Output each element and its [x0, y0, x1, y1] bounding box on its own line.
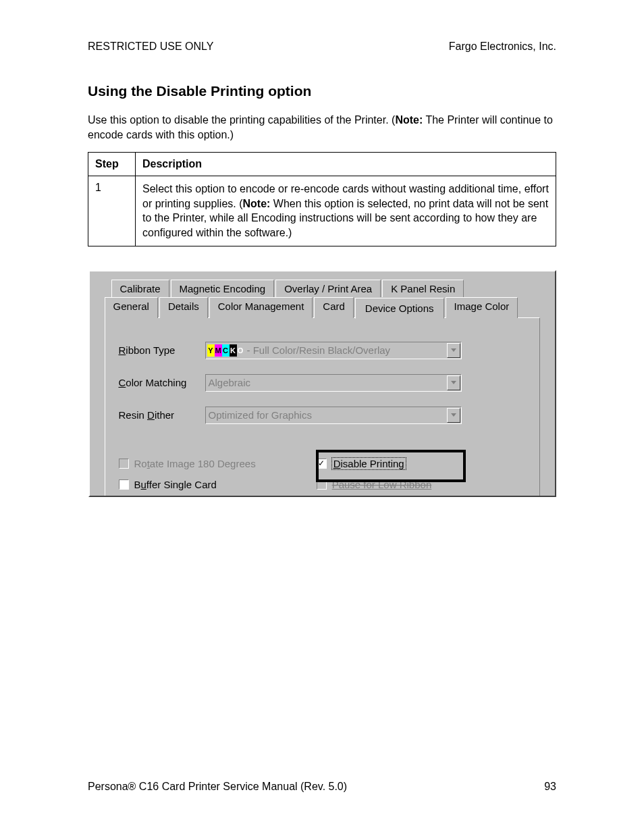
- table-row: 1 Select this option to encode or re-enc…: [88, 176, 556, 246]
- checkbox-checked-icon: ✓: [317, 459, 327, 469]
- footer-left: Persona® C16 Card Printer Service Manual…: [88, 781, 347, 793]
- check-pause-label: Pause for Low Ribbon: [332, 479, 432, 490]
- checkbox-icon: [119, 459, 129, 469]
- check-rotate-180[interactable]: Rotate Image 180 Degrees: [119, 458, 256, 469]
- tab-magnetic-encoding[interactable]: Magnetic Encoding: [171, 280, 275, 297]
- dropdown-button[interactable]: [447, 343, 460, 358]
- footer-pagenum: 93: [544, 781, 556, 793]
- label-resin-dither: Resin Dither: [119, 409, 205, 421]
- tab-overlay-print-area[interactable]: Overlay / Print Area: [275, 280, 381, 297]
- check-rotate-label: Rotate Image 180 Degrees: [134, 458, 256, 469]
- tab-details[interactable]: Details: [159, 297, 208, 318]
- dropdown-button[interactable]: [447, 375, 460, 390]
- page-title: Using the Disable Printing option: [88, 83, 556, 99]
- ribbon-letters-icon: Y M C K O: [207, 344, 244, 357]
- combo-color-matching[interactable]: Algebraic: [205, 374, 462, 392]
- tab-general[interactable]: General: [105, 297, 158, 318]
- check-disable-printing[interactable]: ✓ Disable Printing: [317, 458, 432, 469]
- chevron-down-icon: [451, 348, 456, 352]
- page-header: RESTRICTED USE ONLY Fargo Electronics, I…: [88, 41, 556, 53]
- checkbox-icon: [317, 479, 327, 490]
- tab-calibrate[interactable]: Calibrate: [111, 280, 169, 297]
- combo-dither-value: Optimized for Graphics: [206, 409, 446, 421]
- checkbox-grid: Rotate Image 180 Degrees Buffer Single C…: [119, 439, 526, 490]
- header-right: Fargo Electronics, Inc.: [449, 41, 556, 53]
- label-color-matching: Color Matching: [119, 377, 205, 388]
- step-desc: Select this option to encode or re-encod…: [136, 176, 556, 246]
- tab-color-management[interactable]: Color Management: [209, 297, 313, 318]
- col-step: Step: [88, 153, 136, 176]
- intro-paragraph: Use this option to disable the printing …: [88, 113, 556, 142]
- tab-device-options[interactable]: Device Options: [355, 298, 444, 319]
- check-buffer-label: Buffer Single Card: [134, 479, 217, 490]
- combo-color-value: Algebraic: [206, 377, 446, 388]
- row-color-matching: Color Matching Algebraic: [119, 374, 526, 392]
- label-ribbon-type: Ribbon Type: [119, 344, 205, 356]
- dialog-screenshot: Calibrate Magnetic Encoding Overlay / Pr…: [88, 270, 556, 497]
- tab-image-color[interactable]: Image Color: [446, 297, 518, 318]
- check-buffer-single-card[interactable]: Buffer Single Card: [119, 479, 256, 490]
- step-number: 1: [88, 176, 136, 246]
- row-resin-dither: Resin Dither Optimized for Graphics: [119, 407, 526, 424]
- combo-ribbon-value: - Full Color/Resin Black/Overlay: [244, 344, 446, 356]
- dropdown-button[interactable]: [447, 408, 460, 423]
- tab-row-bottom: General Details Color Management Card De…: [105, 297, 540, 318]
- intro-note-bold: Note:: [395, 114, 423, 126]
- intro-pre: Use this option to disable the printing …: [88, 114, 395, 126]
- combo-ribbon-type[interactable]: Y M C K O - Full Color/Resin Black/Overl…: [205, 342, 462, 359]
- check-pause-low-ribbon[interactable]: Pause for Low Ribbon: [317, 479, 432, 490]
- chevron-down-icon: [451, 413, 456, 417]
- row-ribbon-type: Ribbon Type Y M C K O - Full Color/Resin…: [119, 342, 526, 359]
- tab-k-panel-resin[interactable]: K Panel Resin: [382, 280, 464, 297]
- device-options-panel: Ribbon Type Y M C K O - Full Color/Resin…: [105, 317, 540, 496]
- col-desc: Description: [136, 153, 556, 176]
- checkbox-icon: [119, 479, 129, 490]
- combo-resin-dither[interactable]: Optimized for Graphics: [205, 407, 462, 424]
- desc-note-bold: Note:: [243, 198, 271, 209]
- tab-card[interactable]: Card: [314, 297, 354, 318]
- chevron-down-icon: [451, 381, 456, 384]
- check-disable-label: Disable Printing: [332, 458, 406, 469]
- page-footer: Persona® C16 Card Printer Service Manual…: [88, 781, 556, 793]
- steps-table: Step Description 1 Select this option to…: [88, 152, 556, 246]
- header-left: RESTRICTED USE ONLY: [88, 41, 213, 53]
- tab-row-top: Calibrate Magnetic Encoding Overlay / Pr…: [111, 280, 540, 297]
